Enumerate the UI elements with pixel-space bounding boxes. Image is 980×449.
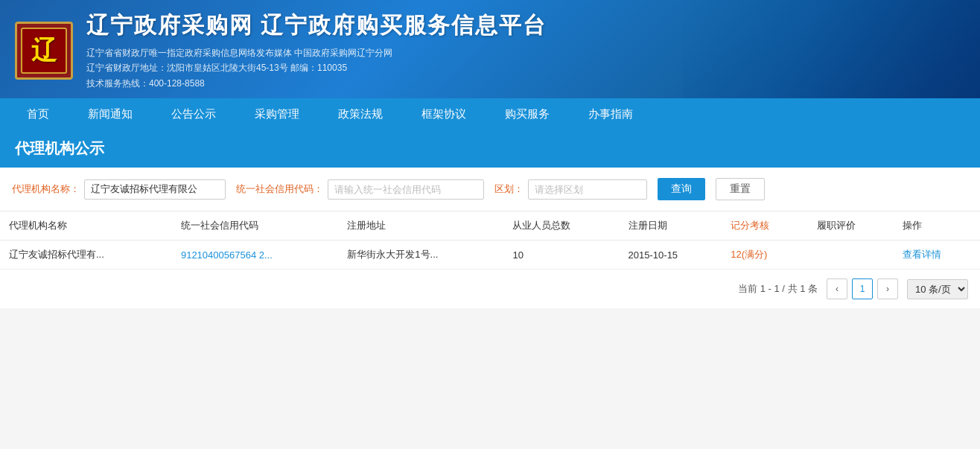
header-sub3: 技术服务热线：400-128-8588 <box>86 76 547 91</box>
logo: 辽 <box>15 22 73 80</box>
cell-address: 新华街永大开发1号... <box>338 241 503 270</box>
col-name: 代理机构名称 <box>0 211 172 241</box>
cell-action[interactable]: 查看详情 <box>894 241 980 270</box>
next-page-button[interactable]: › <box>877 278 898 299</box>
filter-name-group: 代理机构名称： <box>12 179 226 200</box>
prev-page-button[interactable]: ‹ <box>827 278 847 299</box>
filter-credit-label: 统一社会信用代码： <box>236 182 323 196</box>
nav-item-news[interactable]: 新闻通知 <box>69 98 152 130</box>
cell-score: 12(满分) <box>722 241 808 270</box>
header: 辽 辽宁政府采购网 辽宁政府购买服务信息平台 辽宁省省财政厅唯一指定政府采购信息… <box>0 0 980 98</box>
col-score: 记分考核 <box>722 211 808 241</box>
nav-item-policy[interactable]: 政策法规 <box>319 98 402 130</box>
header-text: 辽宁政府采购网 辽宁政府购买服务信息平台 辽宁省省财政厅唯一指定政府采购信息网络… <box>86 10 547 91</box>
col-address: 注册地址 <box>338 211 503 241</box>
main-nav: 首页 新闻通知 公告公示 采购管理 政策法规 框架协议 购买服务 办事指南 <box>0 98 980 130</box>
cell-date: 2015-10-15 <box>620 241 722 270</box>
nav-item-home[interactable]: 首页 <box>7 98 69 130</box>
filter-credit-input[interactable] <box>328 179 484 200</box>
header-title: 辽宁政府采购网 辽宁政府购买服务信息平台 <box>86 10 547 41</box>
filter-row: 代理机构名称： 统一社会信用代码： 区划： 查询 重置 <box>0 168 980 211</box>
current-page-button[interactable]: 1 <box>852 278 873 299</box>
page-title: 代理机构公示 <box>15 140 104 156</box>
data-table: 代理机构名称 统一社会信用代码 注册地址 从业人员总数 注册日期 记分考核 履职… <box>0 211 980 270</box>
nav-item-guide[interactable]: 办事指南 <box>569 98 652 130</box>
pagination: 当前 1 - 1 / 共 1 条 ‹ 1 › 10 条/页 20 条/页 50 … <box>0 270 980 308</box>
table-header-row: 代理机构名称 统一社会信用代码 注册地址 从业人员总数 注册日期 记分考核 履职… <box>0 211 980 241</box>
table-row: 辽宁友诚招标代理有... 91210400567564 2... 新华街永大开发… <box>0 241 980 270</box>
pagination-info: 当前 1 - 1 / 共 1 条 <box>738 282 818 296</box>
filter-region-input[interactable] <box>528 179 647 200</box>
filter-region-label: 区划： <box>494 182 524 196</box>
nav-item-procurement[interactable]: 采购管理 <box>235 98 319 130</box>
cell-evaluation <box>808 241 894 270</box>
page-title-bar: 代理机构公示 <box>0 130 980 168</box>
nav-item-framework[interactable]: 框架协议 <box>402 98 486 130</box>
filter-name-input[interactable] <box>84 179 226 200</box>
col-evaluation: 履职评价 <box>808 211 894 241</box>
page-size-select[interactable]: 10 条/页 20 条/页 50 条/页 <box>907 279 968 299</box>
nav-item-service[interactable]: 购买服务 <box>486 98 569 130</box>
col-credit: 统一社会信用代码 <box>172 211 338 241</box>
header-sub1: 辽宁省省财政厅唯一指定政府采购信息网络发布媒体 中国政府采购网辽宁分网 <box>86 45 547 60</box>
filter-name-label: 代理机构名称： <box>12 182 80 196</box>
nav-item-announcement[interactable]: 公告公示 <box>152 98 235 130</box>
header-sub2: 辽宁省财政厅地址：沈阳市皇姑区北陵大街45-13号 邮编：110035 <box>86 60 547 75</box>
cell-staff: 10 <box>503 241 619 270</box>
cell-credit[interactable]: 91210400567564 2... <box>172 241 338 270</box>
col-staff: 从业人员总数 <box>503 211 619 241</box>
reset-button[interactable]: 重置 <box>716 178 765 200</box>
col-date: 注册日期 <box>620 211 722 241</box>
filter-credit-group: 统一社会信用代码： <box>236 179 484 200</box>
logo-char: 辽 <box>31 34 57 68</box>
col-action: 操作 <box>894 211 980 241</box>
page-content: 代理机构公示 代理机构名称： 统一社会信用代码： 区划： 查询 重置 代理机构名… <box>0 130 980 308</box>
cell-name: 辽宁友诚招标代理有... <box>0 241 172 270</box>
filter-region-group: 区划： <box>494 179 647 200</box>
query-button[interactable]: 查询 <box>658 178 705 200</box>
